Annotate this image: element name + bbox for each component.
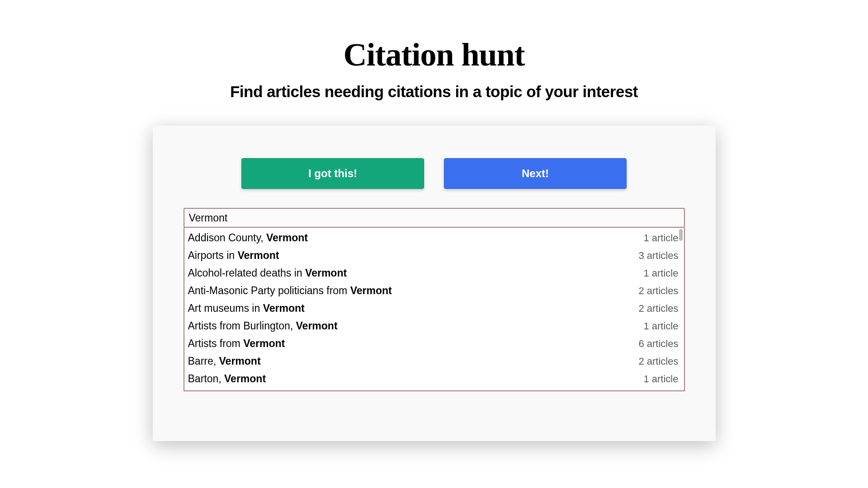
autocomplete-item[interactable]: Alcohol-related deaths in Vermont1 artic… (184, 264, 684, 282)
autocomplete-item[interactable]: Barton, Vermont1 article (184, 370, 684, 388)
autocomplete-item-count: 1 article (643, 267, 678, 280)
autocomplete-item[interactable]: Artists from Burlington, Vermont1 articl… (184, 317, 684, 335)
autocomplete-item-label: Baseball players from Vermont (188, 389, 333, 391)
autocomplete-item-label: Anti-Masonic Party politicians from Verm… (188, 284, 392, 298)
autocomplete-item-count: 2 articles (638, 302, 678, 315)
autocomplete-dropdown: Addison County, Vermont1 articleAirports… (184, 228, 685, 391)
autocomplete-item-label: Barton, Vermont (188, 372, 266, 386)
autocomplete-item-label: Artists from Vermont (188, 337, 285, 351)
autocomplete-item[interactable]: Artists from Vermont6 articles (184, 335, 684, 352)
autocomplete-item-count: 1 article (643, 319, 678, 333)
page-title: Citation hunt (343, 36, 524, 74)
autocomplete-item[interactable]: Barre, Vermont2 articles (184, 352, 684, 370)
next-button[interactable]: Next! (444, 158, 627, 189)
scrollbar-track (679, 229, 683, 390)
autocomplete-item[interactable]: Anti-Masonic Party politicians from Verm… (184, 282, 684, 300)
autocomplete-item-count: 6 articles (638, 337, 678, 351)
autocomplete-item-label: Artists from Burlington, Vermont (188, 319, 338, 333)
scrollbar-thumb[interactable] (679, 229, 683, 241)
autocomplete-item-label: Airports in Vermont (188, 249, 279, 263)
autocomplete-item[interactable]: Addison County, Vermont1 article (184, 229, 684, 247)
autocomplete-item-count: 3 articles (638, 249, 678, 263)
main-panel: I got this! Next! Addison County, Vermon… (153, 126, 716, 441)
autocomplete-item-count: 1 article (643, 372, 678, 386)
autocomplete-item-label: Alcohol-related deaths in Vermont (188, 266, 347, 280)
autocomplete-item[interactable]: Airports in Vermont3 articles (184, 247, 684, 264)
autocomplete-item-count: 2 articles (638, 284, 678, 298)
topic-search-input[interactable] (184, 208, 685, 228)
autocomplete-item-label: Addison County, Vermont (188, 231, 308, 245)
i-got-this-button[interactable]: I got this! (241, 158, 424, 189)
autocomplete-item-label: Barre, Vermont (188, 354, 261, 368)
autocomplete-item-count: 1 article (643, 231, 678, 245)
autocomplete-item-count: 4 articles (638, 390, 678, 391)
autocomplete-item-count: 2 articles (638, 355, 678, 368)
search-wrap (184, 208, 685, 228)
button-row: I got this! Next! (153, 158, 716, 189)
autocomplete-item[interactable]: Baseball players from Vermont4 articles (184, 388, 684, 391)
autocomplete-item-label: Art museums in Vermont (188, 301, 305, 315)
autocomplete-item[interactable]: Art museums in Vermont2 articles (184, 300, 684, 317)
page-subtitle: Find articles needing citations in a top… (230, 83, 638, 101)
